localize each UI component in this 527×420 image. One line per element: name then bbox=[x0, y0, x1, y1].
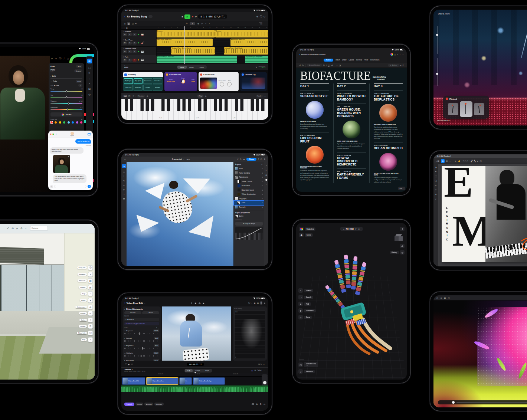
grid-view-icon[interactable]: ▦ bbox=[127, 22, 130, 25]
tab-layout[interactable]: Layout bbox=[349, 59, 354, 61]
pencil-icon[interactable]: ✏ bbox=[135, 23, 137, 25]
prev-frame-icon[interactable]: ⏮ bbox=[125, 363, 127, 365]
pencil-icon[interactable]: ✎ bbox=[256, 66, 257, 68]
solo-button[interactable]: S bbox=[128, 42, 132, 45]
grid-icon[interactable]: ▦ bbox=[254, 302, 256, 304]
tracks-view-icon[interactable]: ≡ bbox=[124, 23, 125, 25]
bold-button[interactable]: B bbox=[323, 64, 325, 66]
back-icon[interactable]: ‹ bbox=[56, 133, 56, 135]
slider-knob[interactable] bbox=[68, 102, 70, 104]
slider-knob[interactable] bbox=[66, 96, 68, 98]
tool-transform[interactable]: ✥Transform bbox=[298, 308, 316, 313]
track-row-drummer[interactable]: 1Drummer MSR🥁 Drummer Drummer bbox=[121, 30, 268, 38]
param-value[interactable]: Clean bbox=[191, 81, 195, 82]
region-pads-1[interactable]: Keyboard Player · Simple Pad bbox=[157, 56, 237, 63]
facetime-icon[interactable] bbox=[88, 133, 91, 135]
layer-row[interactable]: Saturation boost⊙ bbox=[234, 188, 264, 193]
plus-button[interactable]: + bbox=[50, 185, 53, 188]
slider-handle[interactable] bbox=[141, 355, 141, 357]
play-surface-button[interactable]: Play bbox=[197, 95, 203, 98]
color-section-header[interactable]: ⌄Color B&W bbox=[50, 80, 82, 83]
minus-icon[interactable]: ⊖ bbox=[264, 15, 265, 18]
mode-clip[interactable]: Clip bbox=[185, 369, 193, 372]
preset-cell[interactable]: Synth Pluck bbox=[124, 85, 133, 91]
tab-review[interactable]: Review bbox=[356, 59, 362, 61]
slider-ticks[interactable] bbox=[124, 340, 159, 342]
materials-icon[interactable]: ◧ bbox=[88, 278, 93, 283]
param-value[interactable]: Modern Tube bbox=[167, 81, 175, 82]
device-icon[interactable]: ▯ bbox=[395, 53, 396, 56]
play-button[interactable]: ▶ bbox=[184, 14, 190, 19]
chevron-down-icon[interactable]: ⌄ bbox=[158, 327, 159, 329]
doc-name[interactable]: Fragmented bbox=[172, 158, 182, 160]
duplicate-track-icon[interactable]: ⧉ bbox=[126, 27, 128, 29]
tint-track[interactable] bbox=[50, 97, 82, 98]
plugin-channeleq[interactable]: Channel EQ bbox=[240, 72, 267, 91]
info-icon[interactable]: ⓘ bbox=[261, 158, 262, 160]
more-icon[interactable]: ⋯ bbox=[264, 370, 265, 372]
select-menu[interactable]: Select bbox=[257, 370, 262, 371]
history-clock-icon[interactable]: ◷ bbox=[400, 250, 405, 255]
select-tool-icon[interactable]: ⬚ bbox=[123, 170, 125, 173]
layer-row[interactable]: Top right⊙ bbox=[234, 205, 264, 210]
items-menu[interactable]: Items bbox=[305, 233, 313, 237]
color-dot-teal[interactable] bbox=[68, 121, 70, 124]
record-icon[interactable]: ◉ bbox=[203, 302, 204, 304]
crop-tool-icon[interactable]: ⌯ bbox=[435, 188, 436, 191]
clip-skyline-background[interactable]: Skyline_Blue_Backgro bbox=[193, 377, 225, 385]
tool-tools[interactable]: ⚙Tools bbox=[298, 315, 316, 319]
redo-icon[interactable]: ↻ bbox=[240, 158, 241, 160]
more-icon[interactable]: ⋯ bbox=[449, 160, 452, 162]
robotic-hand-model[interactable] bbox=[307, 247, 397, 358]
settings-icon[interactable]: ⚙ bbox=[264, 158, 265, 160]
brush-tool-icon[interactable]: ✎ bbox=[123, 180, 125, 182]
region-keys-1[interactable]: Keyboard Player · Broken Chords bbox=[171, 47, 215, 55]
playhead[interactable] bbox=[184, 26, 185, 64]
temp-track[interactable] bbox=[50, 91, 82, 92]
slider-knob[interactable] bbox=[436, 34, 438, 36]
media-icon[interactable]: ▨ bbox=[257, 302, 259, 304]
saturation-track[interactable] bbox=[50, 109, 82, 110]
sidebar-row[interactable]: Styles✦ bbox=[75, 298, 93, 303]
align-view-icon[interactable]: ⟁ bbox=[400, 244, 405, 248]
scrubber-track[interactable] bbox=[456, 402, 527, 403]
decay-knob[interactable] bbox=[220, 82, 224, 86]
import-icon[interactable]: ↥ bbox=[191, 302, 192, 304]
paragraph-button[interactable]: ❡ bbox=[402, 64, 404, 66]
items-icon[interactable]: ⬢ bbox=[299, 233, 304, 237]
layer-row[interactable]: Sweat...ooster⊙ bbox=[234, 180, 264, 184]
preset-cell[interactable]: Epic Synth bbox=[134, 78, 143, 84]
solo-button[interactable]: S bbox=[128, 50, 132, 53]
slider-knob[interactable] bbox=[436, 73, 438, 75]
sync-icon[interactable]: ⟳ bbox=[355, 228, 357, 230]
auto-button[interactable]: Auto bbox=[76, 65, 82, 68]
versions-icon[interactable]: ◷ bbox=[88, 93, 91, 96]
color-dot-red[interactable] bbox=[50, 121, 53, 124]
share-button[interactable]: Share bbox=[246, 158, 256, 161]
export-icon[interactable]: ↥ bbox=[400, 227, 405, 231]
track-row-keys[interactable]: 3Keyboard Player MSR🎹 Keyboard Player · … bbox=[121, 47, 268, 55]
disable-button[interactable]: Disable bbox=[124, 311, 141, 314]
outliner-icon[interactable]: ☰ bbox=[88, 324, 93, 329]
contact-block[interactable]: Joyce bbox=[70, 132, 74, 137]
list-button[interactable]: ≔ bbox=[400, 64, 402, 66]
render-canvas[interactable] bbox=[433, 301, 527, 407]
presets-icon[interactable]: ▤ bbox=[88, 88, 91, 91]
arpeggiator-icon[interactable]: ✛ bbox=[205, 95, 206, 97]
stop-icon[interactable]: ■ bbox=[181, 16, 183, 18]
shape-tool-icon[interactable]: ⬒ bbox=[123, 198, 125, 200]
poster-page[interactable]: E LECTRONIC M USIC bbox=[442, 166, 527, 262]
document-canvas[interactable]: BIOFACTURE INNOVATION SUMMIT DAY 1 2PM —… bbox=[296, 68, 407, 192]
layers-icon[interactable]: ◫ bbox=[448, 297, 450, 299]
section-view-row[interactable]: ◫ Section ViewOff bbox=[298, 362, 318, 367]
doc-title[interactable]: Biofacture Innovation Summit bbox=[301, 53, 325, 56]
preset-cell[interactable]: Bright Synth bbox=[124, 78, 133, 84]
lcd-display[interactable]: 5 1 1 086 127,0 4/4 C maj bbox=[198, 14, 227, 19]
modeling-menu[interactable]: Modeling bbox=[305, 227, 315, 231]
redo-icon[interactable]: ↻ bbox=[302, 64, 304, 66]
tags-icon[interactable]: ⌁ bbox=[88, 291, 93, 296]
back-icon[interactable]: ‹ bbox=[299, 53, 300, 56]
export-icon[interactable]: ⤴ bbox=[258, 158, 259, 160]
soften-icon[interactable]: ◑ bbox=[88, 318, 93, 322]
brush-opacity-slider[interactable] bbox=[437, 58, 438, 86]
